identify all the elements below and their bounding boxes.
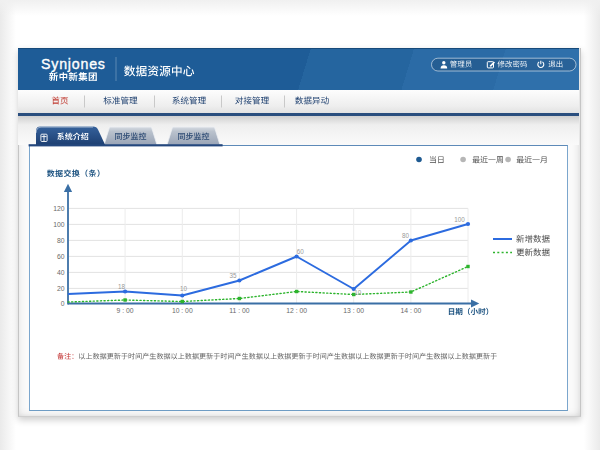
svg-text:12 : 00: 12 : 00 xyxy=(286,307,307,314)
svg-text:100: 100 xyxy=(454,216,465,223)
svg-text:80: 80 xyxy=(57,237,65,244)
svg-text:11 : 00: 11 : 00 xyxy=(229,307,250,314)
svg-text:Synjones: Synjones xyxy=(41,56,106,72)
svg-text:0: 0 xyxy=(61,300,65,307)
svg-text:10: 10 xyxy=(180,285,188,292)
svg-text:9 : 00: 9 : 00 xyxy=(117,307,134,314)
svg-text:14 : 00: 14 : 00 xyxy=(401,307,422,314)
svg-text:100: 100 xyxy=(53,221,65,228)
svg-text:13 : 00: 13 : 00 xyxy=(343,307,364,314)
svg-text:10 : 00: 10 : 00 xyxy=(172,307,193,314)
svg-text:60: 60 xyxy=(297,248,305,255)
svg-text:120: 120 xyxy=(53,205,65,212)
svg-text:60: 60 xyxy=(57,253,65,260)
svg-text:40: 40 xyxy=(57,269,65,276)
svg-text:10: 10 xyxy=(354,289,362,296)
svg-text:35: 35 xyxy=(229,272,237,279)
svg-text:80: 80 xyxy=(402,232,410,239)
svg-text:20: 20 xyxy=(57,285,65,292)
svg-text:18: 18 xyxy=(118,283,126,290)
